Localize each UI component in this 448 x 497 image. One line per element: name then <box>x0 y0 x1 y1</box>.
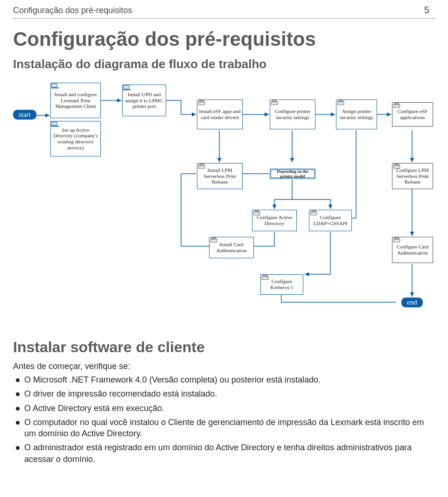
end-label: end <box>401 298 423 307</box>
printer-icon <box>392 103 401 108</box>
computer-icon <box>51 83 59 89</box>
node-depending-banner: Depending on the printer model <box>270 169 315 179</box>
svg-rect-43 <box>263 275 267 277</box>
list-item: O Active Directory está em execução. <box>13 403 435 414</box>
node-cfg-ad: Configure Active Directory <box>252 210 297 231</box>
printer-icon <box>392 237 401 243</box>
printer-icon <box>210 237 218 243</box>
printer-icon <box>261 275 269 280</box>
computer-icon <box>123 85 131 91</box>
svg-rect-29 <box>395 103 399 105</box>
svg-rect-18 <box>51 122 57 126</box>
printer-icon <box>392 163 401 169</box>
node-cfg-esf: Configure eSF applications <box>392 102 433 127</box>
svg-rect-23 <box>200 100 204 102</box>
node-assign-sec: Assign printer security settings <box>336 99 377 129</box>
printer-icon <box>197 163 206 169</box>
workflow-diagram: start Install and configure Lexmark Prin… <box>13 78 435 326</box>
lead-text: Antes de começar, verifique se: <box>13 362 435 371</box>
node-install-upd: Install UPD and assign it to LPMC printe… <box>122 85 166 116</box>
svg-rect-33 <box>395 164 399 165</box>
bullet-list: O Microsoft .NET Framework 4.0 (Versão c… <box>13 374 435 465</box>
svg-rect-25 <box>273 100 277 102</box>
node-install-card-auth: Install Card Authentication <box>209 237 254 258</box>
svg-rect-16 <box>51 84 57 87</box>
svg-rect-21 <box>123 89 131 90</box>
section-title: Instalar software de cliente <box>13 339 448 356</box>
svg-rect-41 <box>395 238 399 239</box>
list-item: O driver de impressão recomendado está i… <box>13 388 435 399</box>
node-cfg-printer-sec: Configure printer security settings <box>270 99 315 129</box>
printer-icon <box>309 210 318 216</box>
svg-rect-31 <box>200 164 204 165</box>
computer-icon <box>51 121 59 127</box>
node-cfg-lpm-release: Configure LPM Serverless Print Release <box>392 163 433 189</box>
list-item: O administrador está registrado em um do… <box>13 442 435 465</box>
header-rule <box>13 18 435 19</box>
svg-rect-35 <box>255 211 259 212</box>
node-cfg-kerberos: Configure Kerberos 5 <box>260 274 303 295</box>
printer-icon <box>270 100 279 106</box>
page-title: Configuração dos pré-requisitos <box>13 28 448 50</box>
node-install-lpmc: Install and configure Lexmark Print Mana… <box>50 83 101 118</box>
page-number: 5 <box>424 5 429 15</box>
running-title: Configuração dos pré-requisitos <box>13 6 132 15</box>
printer-icon <box>252 210 261 216</box>
node-cfg-card-auth: Configure Card Authentication <box>392 237 433 263</box>
svg-rect-17 <box>51 87 59 88</box>
list-item: O Microsoft .NET Framework 4.0 (Versão c… <box>13 374 435 385</box>
printer-icon <box>197 100 206 106</box>
subsection-title: Instalação do diagrama de fluxo de traba… <box>13 57 448 71</box>
printer-icon <box>336 100 345 106</box>
node-cfg-ldap: Configure LDAP+GSSAPI <box>309 210 352 231</box>
svg-rect-20 <box>123 85 129 89</box>
svg-rect-27 <box>339 100 343 102</box>
node-install-esf: Install eSF apps and card reader drivers <box>197 99 243 129</box>
node-setup-ad: Set up Active Directory (company's exist… <box>50 121 101 156</box>
list-item: O computador no qual você instalou o Cli… <box>13 417 435 440</box>
node-install-lpm-release: Install LPM Serverless Print Release <box>197 163 243 189</box>
running-header: Configuração dos pré-requisitos 5 <box>0 0 448 15</box>
svg-rect-19 <box>51 126 59 127</box>
svg-rect-37 <box>312 211 316 212</box>
start-label: start <box>13 110 36 120</box>
svg-rect-39 <box>212 238 216 239</box>
